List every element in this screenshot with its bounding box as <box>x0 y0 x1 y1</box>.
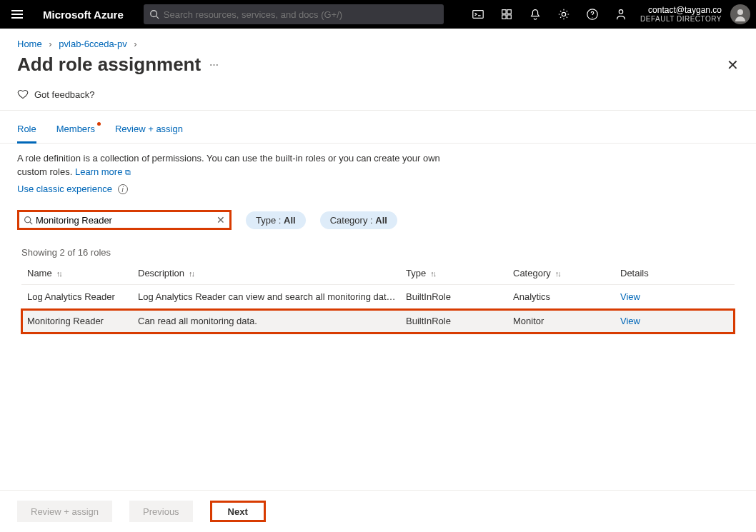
table-row[interactable]: Monitoring Reader Can read all monitorin… <box>21 309 735 333</box>
heart-icon <box>17 89 29 100</box>
svg-point-11 <box>25 216 31 222</box>
avatar[interactable] <box>730 4 750 24</box>
sort-icon: ↑↓ <box>56 269 61 278</box>
svg-line-12 <box>30 222 32 224</box>
category-filter[interactable]: Category : All <box>320 211 397 229</box>
svg-point-9 <box>619 10 622 14</box>
footer-actions: Review + assign Previous Next <box>0 490 756 532</box>
type-filter[interactable]: Type : All <box>246 211 306 229</box>
cell-description: Log Analytics Reader can view and search… <box>138 291 406 302</box>
review-assign-button[interactable]: Review + assign <box>17 501 112 522</box>
col-type-label: Type <box>406 268 426 278</box>
svg-rect-2 <box>473 11 483 19</box>
type-filter-value: All <box>284 215 296 226</box>
brand-label[interactable]: Microsoft Azure <box>43 9 124 21</box>
search-icon <box>149 9 159 19</box>
sort-icon: ↑↓ <box>555 269 560 278</box>
type-filter-label: Type : <box>256 215 284 226</box>
category-filter-label: Category : <box>330 215 376 226</box>
previous-button[interactable]: Previous <box>129 501 193 522</box>
svg-point-0 <box>151 11 157 17</box>
account-email: contact@taygan.co <box>640 5 722 15</box>
filters-row: ✕ Type : All Category : All <box>0 203 756 236</box>
breadcrumb-home[interactable]: Home <box>17 39 42 49</box>
attention-dot-icon <box>97 122 101 126</box>
clear-search-icon[interactable]: ✕ <box>217 214 225 226</box>
global-search[interactable] <box>144 4 444 24</box>
role-search-box[interactable]: ✕ <box>17 210 232 230</box>
sort-icon: ↑↓ <box>430 269 435 278</box>
view-details-link[interactable]: View <box>620 316 640 326</box>
col-category[interactable]: Category ↑↓ <box>513 268 620 278</box>
classic-experience-link[interactable]: Use classic experience <box>17 184 112 194</box>
category-filter-value: All <box>375 215 387 226</box>
topbar-actions <box>464 0 635 29</box>
global-search-input[interactable] <box>164 9 438 20</box>
svg-rect-6 <box>507 15 511 19</box>
page-title: Add role assignment <box>17 54 201 76</box>
chevron-right-icon: › <box>134 39 136 49</box>
avatar-icon <box>733 7 747 21</box>
cell-category: Analytics <box>513 291 620 302</box>
notifications-icon[interactable] <box>522 0 549 29</box>
table-row[interactable]: Log Analytics Reader Log Analytics Reade… <box>21 285 735 309</box>
col-name-label: Name <box>27 268 52 278</box>
col-category-label: Category <box>513 268 551 278</box>
cell-name: Monitoring Reader <box>27 316 138 326</box>
breadcrumb: Home › pvlab-6cceda-pv › <box>0 29 756 49</box>
view-details-link[interactable]: View <box>620 291 640 302</box>
results-count: Showing 2 of 16 roles <box>0 236 756 262</box>
breadcrumb-resource[interactable]: pvlab-6cceda-pv <box>59 39 126 49</box>
feedback-icon[interactable] <box>607 0 635 29</box>
cell-type: BuiltInRole <box>406 291 513 302</box>
col-type[interactable]: Type ↑↓ <box>406 268 513 278</box>
info-icon[interactable]: i <box>118 184 128 194</box>
col-details-label: Details <box>620 268 649 278</box>
tab-review[interactable]: Review + assign <box>115 124 183 143</box>
chevron-right-icon: › <box>49 39 51 49</box>
classic-experience: Use classic experience i <box>0 182 756 204</box>
directories-icon[interactable] <box>493 0 520 29</box>
cloud-shell-icon[interactable] <box>464 0 492 29</box>
account-info[interactable]: contact@taygan.co DEFAULT DIRECTORY <box>640 5 725 24</box>
roles-table: Name ↑↓ Description ↑↓ Type ↑↓ Category … <box>0 262 756 333</box>
svg-line-1 <box>156 16 159 19</box>
role-search-input[interactable] <box>36 215 217 226</box>
external-link-icon: ⧉ <box>125 168 131 176</box>
svg-point-7 <box>562 12 565 16</box>
tabs: Role Members Review + assign <box>0 111 756 144</box>
col-description[interactable]: Description ↑↓ <box>138 268 406 278</box>
col-description-label: Description <box>138 268 184 278</box>
page-header: Add role assignment ⋯ ✕ <box>0 49 756 89</box>
role-description: A role definition is a collection of per… <box>0 144 457 182</box>
svg-rect-4 <box>507 10 511 14</box>
search-icon <box>24 216 33 225</box>
more-actions-icon[interactable]: ⋯ <box>209 59 219 70</box>
svg-rect-3 <box>502 10 506 14</box>
sort-icon: ↑↓ <box>189 269 194 278</box>
col-name[interactable]: Name ↑↓ <box>27 268 138 278</box>
cell-category: Monitor <box>513 316 620 326</box>
learn-more-label: Learn more <box>75 166 122 177</box>
hamburger-menu[interactable] <box>6 10 29 19</box>
col-details: Details <box>620 268 706 278</box>
tab-role[interactable]: Role <box>17 124 36 144</box>
next-button[interactable]: Next <box>210 501 266 522</box>
cell-type: BuiltInRole <box>406 316 513 326</box>
tab-members[interactable]: Members <box>56 124 95 143</box>
settings-icon[interactable] <box>550 0 577 29</box>
help-icon[interactable] <box>579 0 606 29</box>
top-bar: Microsoft Azure contact@taygan.co DEFAUL… <box>0 0 756 29</box>
svg-point-10 <box>737 9 743 15</box>
cell-name: Log Analytics Reader <box>27 291 138 302</box>
tab-members-label: Members <box>56 124 95 134</box>
close-icon[interactable]: ✕ <box>727 56 739 74</box>
feedback-link[interactable]: Got feedback? <box>34 89 95 100</box>
svg-rect-5 <box>502 15 506 19</box>
account-directory: DEFAULT DIRECTORY <box>640 15 722 24</box>
learn-more-link[interactable]: Learn more ⧉ <box>75 166 131 177</box>
cell-description: Can read all monitoring data. <box>138 316 406 326</box>
table-header: Name ↑↓ Description ↑↓ Type ↑↓ Category … <box>21 262 735 285</box>
feedback-bar: Got feedback? <box>0 89 756 111</box>
